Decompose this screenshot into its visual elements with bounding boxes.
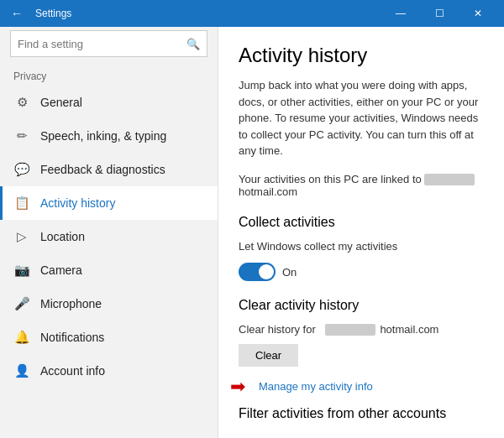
account-icon: 👤 xyxy=(13,362,30,379)
sidebar-label-camera: Camera xyxy=(40,263,82,277)
description-text: Jump back into what you were doing with … xyxy=(239,77,484,159)
sidebar-label-speech: Speech, inking, & typing xyxy=(40,129,166,143)
search-input[interactable] xyxy=(18,38,186,50)
back-button[interactable]: ← xyxy=(7,3,27,23)
window-controls: — ☐ ✕ xyxy=(381,0,497,27)
search-box[interactable]: 🔍 xyxy=(10,30,207,57)
sidebar-item-general[interactable]: ⚙ General xyxy=(0,86,218,119)
manage-link-row: ➡ Manage my activity info xyxy=(239,380,484,393)
speech-icon: ✏ xyxy=(13,128,30,144)
window-title: Settings xyxy=(35,8,381,19)
clear-account-suffix: hotmail.com xyxy=(380,323,438,336)
sidebar-label-notifications: Notifications xyxy=(40,331,104,344)
sidebar-item-activity[interactable]: 📋 Activity history xyxy=(0,186,218,220)
feedback-icon: 💬 xyxy=(13,161,30,178)
toggle-wrap: On xyxy=(239,263,484,281)
sidebar-label-activity: Activity history xyxy=(40,196,115,210)
toggle-knob xyxy=(259,264,274,279)
toggle-state-label: On xyxy=(282,266,297,279)
sidebar-item-microphone[interactable]: 🎤 Microphone xyxy=(0,287,218,321)
sidebar-label-location: Location xyxy=(40,230,85,243)
main-layout: 🔍 Privacy ⚙ General ✏ Speech, inking, & … xyxy=(0,27,504,438)
microphone-icon: 🎤 xyxy=(13,295,30,312)
location-icon: ▷ xyxy=(13,228,30,245)
clear-button[interactable]: Clear xyxy=(239,344,298,367)
filter-heading: Filter activities from other accounts xyxy=(239,406,484,421)
privacy-section-label: Privacy xyxy=(0,64,218,86)
titlebar: ← Settings — ☐ ✕ xyxy=(0,0,504,27)
sidebar-label-microphone: Microphone xyxy=(40,297,102,310)
linked-account-text: Your activities on this PC are linked to… xyxy=(239,173,484,199)
clear-section: Clear history for hotmail.com Clear xyxy=(239,323,484,367)
clear-for-label: Clear history for xyxy=(239,323,316,336)
collect-heading: Collect activities xyxy=(239,215,484,230)
sidebar-item-account[interactable]: 👤 Account info xyxy=(0,354,218,388)
sidebar-label-feedback: Feedback & diagnostics xyxy=(40,163,165,176)
linked-account-prefix: Your activities on this PC are linked to xyxy=(239,173,422,185)
clear-account-blurred xyxy=(325,324,375,336)
sidebar-item-feedback[interactable]: 💬 Feedback & diagnostics xyxy=(0,153,218,186)
close-button[interactable]: ✕ xyxy=(459,0,497,27)
minimize-button[interactable]: — xyxy=(381,0,420,27)
search-icon: 🔍 xyxy=(186,38,200,50)
linked-account-blurred xyxy=(424,174,475,185)
collect-setting-row: Let Windows collect my activities xyxy=(239,240,484,253)
linked-account-suffix: hotmail.com xyxy=(239,185,297,198)
clear-for-row: Clear history for hotmail.com xyxy=(239,323,484,336)
manage-link[interactable]: Manage my activity info xyxy=(259,380,373,393)
collect-toggle[interactable] xyxy=(239,263,276,281)
collect-label: Let Windows collect my activities xyxy=(239,240,484,253)
clear-heading: Clear activity history xyxy=(239,298,484,313)
page-title: Activity history xyxy=(239,44,484,67)
sidebar-item-location[interactable]: ▷ Location xyxy=(0,220,218,253)
sidebar: 🔍 Privacy ⚙ General ✏ Speech, inking, & … xyxy=(0,27,218,438)
activity-icon: 📋 xyxy=(13,195,30,211)
sidebar-item-camera[interactable]: 📷 Camera xyxy=(0,253,218,287)
content-area: Activity history Jump back into what you… xyxy=(218,27,504,438)
arrow-indicator-icon: ➡ xyxy=(230,376,245,398)
camera-icon: 📷 xyxy=(13,262,30,279)
sidebar-item-speech[interactable]: ✏ Speech, inking, & typing xyxy=(0,119,218,153)
notifications-icon: 🔔 xyxy=(13,329,30,346)
sidebar-item-notifications[interactable]: 🔔 Notifications xyxy=(0,321,218,354)
back-icon: ← xyxy=(11,7,23,20)
sidebar-label-general: General xyxy=(40,96,82,109)
sidebar-label-account: Account info xyxy=(40,364,105,378)
maximize-button[interactable]: ☐ xyxy=(420,0,459,27)
general-icon: ⚙ xyxy=(13,94,30,111)
